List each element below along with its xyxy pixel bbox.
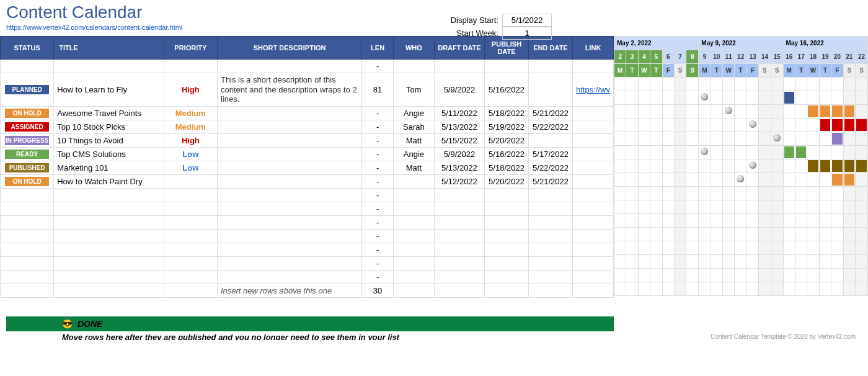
col-publish-date[interactable]: PUBLISH DATE [485,37,529,60]
gantt-cell[interactable] [699,241,711,255]
gantt-cell[interactable] [674,187,686,200]
gantt-cell[interactable] [662,228,674,241]
gantt-cell[interactable] [650,105,662,119]
table-row[interactable]: - [1,256,614,270]
gantt-cell[interactable] [723,91,735,105]
gantt-cell[interactable] [795,146,807,159]
gantt-cell[interactable] [638,91,650,105]
gantt-cell[interactable] [650,241,662,255]
gantt-cell[interactable] [735,282,746,296]
gantt-cell[interactable] [650,200,662,214]
gantt-cell[interactable] [614,282,626,296]
gantt-cell[interactable] [831,269,843,282]
gantt-cell[interactable] [759,91,771,105]
gantt-cell[interactable] [626,187,638,200]
gantt-cell[interactable] [674,200,686,214]
draft-cell[interactable]: 5/13/2022 [434,161,484,174]
who-cell[interactable]: Angie [393,147,434,161]
gantt-cell[interactable] [699,269,711,282]
gantt-cell[interactable] [686,269,699,282]
gantt-cell[interactable] [746,146,758,159]
status-badge[interactable]: ASSIGNED [5,122,49,132]
gantt-cell[interactable] [735,146,746,159]
gantt-cell[interactable] [855,200,867,214]
gantt-cell[interactable] [735,91,746,105]
table-row[interactable]: READY Top CMS Solutions Low - Angie 5/9/… [1,147,614,161]
gantt-cell[interactable] [723,200,735,214]
gantt-cell[interactable] [699,255,711,269]
gantt-cell[interactable] [759,119,771,132]
gantt-cell[interactable] [723,78,735,91]
gantt-cell[interactable] [831,105,843,119]
gantt-cell[interactable] [831,241,843,255]
gantt-cell[interactable] [614,132,626,146]
gantt-cell[interactable] [843,241,855,255]
publish-cell[interactable]: 5/19/2022 [485,120,529,133]
gantt-cell[interactable] [771,269,783,282]
gantt-cell[interactable] [614,241,626,255]
gantt-cell[interactable] [795,78,807,91]
gantt-cell[interactable] [723,255,735,269]
gantt-cell[interactable] [759,146,771,159]
priority-cell[interactable] [164,174,217,188]
priority-cell[interactable]: High [164,73,217,107]
gantt-cell[interactable] [855,282,867,296]
gantt-cell[interactable] [795,132,807,146]
gantt-cell[interactable] [614,159,626,173]
gantt-cell[interactable] [843,187,855,200]
gantt-cell[interactable] [699,105,711,119]
gantt-cell[interactable] [638,200,650,214]
status-badge[interactable]: READY [5,150,49,159]
gantt-cell[interactable] [783,146,795,159]
gantt-cell[interactable] [783,173,795,187]
link-cell[interactable] [573,161,614,174]
col-status[interactable]: STATUS [1,37,54,60]
gantt-cell[interactable] [771,173,783,187]
gantt-cell[interactable] [711,146,722,159]
gantt-cell[interactable] [614,214,626,228]
gantt-cell[interactable] [662,187,674,200]
gantt-cell[interactable] [831,228,843,241]
gantt-cell[interactable] [614,187,626,200]
gantt-cell[interactable] [614,255,626,269]
title-cell[interactable]: How to Learn to Fly [54,73,164,107]
len-cell[interactable]: - [362,174,394,188]
gantt-cell[interactable] [650,214,662,228]
desc-cell[interactable] [217,174,361,188]
gantt-cell[interactable] [723,241,735,255]
gantt-cell[interactable] [831,214,843,228]
gantt-cell[interactable] [735,228,746,241]
gantt-cell[interactable] [855,91,867,105]
desc-cell[interactable] [217,120,361,133]
gantt-cell[interactable] [855,269,867,282]
draft-cell[interactable]: 5/13/2022 [434,120,484,133]
table-row[interactable]: PUBLISHED Marketing 101 Low - Matt 5/13/… [1,161,614,174]
gantt-cell[interactable] [662,173,674,187]
start-week-value[interactable]: 1 [502,27,552,40]
gantt-cell[interactable] [795,119,807,132]
gantt-cell[interactable] [746,173,758,187]
gantt-cell[interactable] [831,146,843,159]
gantt-cell[interactable] [783,187,795,200]
gantt-cell[interactable] [771,255,783,269]
gantt-cell[interactable] [819,282,831,296]
gantt-cell[interactable] [711,228,722,241]
gantt-cell[interactable] [674,241,686,255]
publish-cell[interactable]: 5/16/2022 [485,73,529,107]
gantt-cell[interactable] [638,187,650,200]
gantt-cell[interactable] [759,282,771,296]
end-cell[interactable] [529,133,573,147]
gantt-cell[interactable] [626,119,638,132]
gantt-cell[interactable] [819,105,831,119]
gantt-cell[interactable] [759,255,771,269]
title-cell[interactable]: Marketing 101 [54,161,164,174]
gantt-cell[interactable] [771,91,783,105]
gantt-cell[interactable] [626,200,638,214]
gantt-cell[interactable] [614,173,626,187]
gantt-cell[interactable] [626,282,638,296]
gantt-cell[interactable] [686,255,699,269]
gantt-cell[interactable] [638,282,650,296]
gantt-cell[interactable] [819,200,831,214]
gantt-cell[interactable] [783,282,795,296]
gantt-cell[interactable] [735,173,746,187]
